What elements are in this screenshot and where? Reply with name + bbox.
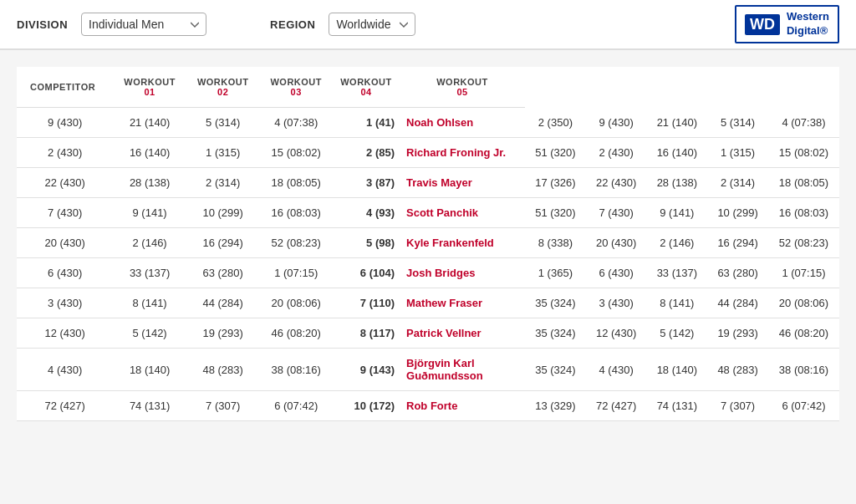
workout4-cell: 5 (314) xyxy=(186,108,260,138)
workout5-score: 20 (08:06) xyxy=(768,288,839,318)
name-cell: Patrick Vellner xyxy=(400,318,525,349)
header: DIVISION Individual MenIndividual WomenT… xyxy=(0,0,856,50)
workout2-cell: 3 (430) xyxy=(17,288,113,318)
workout3-score: 9 (141) xyxy=(646,198,707,228)
workout4-cell: 2 (314) xyxy=(186,168,260,198)
workout1-score: 51 (320) xyxy=(525,198,586,228)
workout2-cell: 9 (430) xyxy=(17,108,113,138)
table-row: 2 (430)16 (140)1 (315)15 (08:02)2 (85)Ri… xyxy=(17,138,839,168)
workout4-score: 7 (307) xyxy=(707,391,768,421)
workout4-score: 19 (293) xyxy=(707,318,768,349)
workout5-score: 16 (08:03) xyxy=(768,198,839,228)
name-cell: Scott Panchik xyxy=(400,198,525,228)
workout5-cell: 16 (08:03) xyxy=(259,198,333,228)
workout3-score: 28 (138) xyxy=(646,168,707,198)
main-content: COMPETITOR WORKOUT 01 WORKOUT 02 WORKOUT… xyxy=(0,50,856,438)
table-header-row: COMPETITOR WORKOUT 01 WORKOUT 02 WORKOUT… xyxy=(17,67,839,108)
division-select[interactable]: Individual MenIndividual WomenTeam xyxy=(81,13,206,36)
workout1-score: 13 (329) xyxy=(525,391,586,421)
division-label: DIVISION xyxy=(17,18,68,31)
workout2-score: 9 (430) xyxy=(586,108,647,138)
rank-cell: 1 (41) xyxy=(333,108,400,138)
workout3-cell: 8 (141) xyxy=(113,288,186,318)
workout4-cell: 7 (307) xyxy=(186,391,260,421)
workout3-cell: 5 (142) xyxy=(113,318,186,349)
workout4-cell: 63 (280) xyxy=(186,258,260,288)
rank-cell: 9 (143) xyxy=(333,349,400,391)
workout3-score: 8 (141) xyxy=(646,288,707,318)
workout4-score: 1 (315) xyxy=(707,138,768,168)
workout2-cell: 72 (427) xyxy=(17,391,113,421)
workout1-header: WORKOUT 01 xyxy=(113,67,186,108)
name-cell: Rob Forte xyxy=(400,391,525,421)
workout2-header: WORKOUT 02 xyxy=(186,67,260,108)
wd-logo: WD Western Digital® xyxy=(735,5,839,43)
workout4-cell: 19 (293) xyxy=(186,318,260,349)
workout3-score: 5 (142) xyxy=(646,318,707,349)
workout2-score: 12 (430) xyxy=(586,318,647,349)
workout1-score: 35 (324) xyxy=(525,349,586,391)
name-cell: Travis Mayer xyxy=(400,168,525,198)
workout2-score: 3 (430) xyxy=(586,288,647,318)
table-row: 7 (430)9 (141)10 (299)16 (08:03)4 (93)Sc… xyxy=(17,198,839,228)
workout3-score: 2 (146) xyxy=(646,228,707,258)
workout3-cell: 28 (138) xyxy=(113,168,186,198)
workout1-score: 8 (338) xyxy=(525,228,586,258)
table-row: 3 (430)8 (141)44 (284)20 (08:06)7 (110)M… xyxy=(17,288,839,318)
workout2-score: 22 (430) xyxy=(586,168,647,198)
workout2-cell: 4 (430) xyxy=(17,349,113,391)
workout3-cell: 9 (141) xyxy=(113,198,186,228)
workout3-score: 21 (140) xyxy=(646,108,707,138)
workout4-cell: 16 (294) xyxy=(186,228,260,258)
workout4-score: 5 (314) xyxy=(707,108,768,138)
workout4-score: 44 (284) xyxy=(707,288,768,318)
workout4-score: 2 (314) xyxy=(707,168,768,198)
workout4-score: 48 (283) xyxy=(707,349,768,391)
workout5-score: 18 (08:05) xyxy=(768,168,839,198)
workout2-cell: 22 (430) xyxy=(17,168,113,198)
workout5-score: 46 (08:20) xyxy=(768,318,839,349)
region-label: REGION xyxy=(270,18,315,31)
workout5-cell: 4 (07:38) xyxy=(259,108,333,138)
workout2-cell: 12 (430) xyxy=(17,318,113,349)
workout2-score: 7 (430) xyxy=(586,198,647,228)
workout5-score: 52 (08:23) xyxy=(768,228,839,258)
region-select[interactable]: WorldwideAmericasEuropeAsia xyxy=(329,13,415,36)
workout4-cell: 10 (299) xyxy=(186,198,260,228)
workout1-score: 35 (324) xyxy=(525,318,586,349)
workout2-cell: 2 (430) xyxy=(17,138,113,168)
workout1-score: 2 (350) xyxy=(525,108,586,138)
workout3-score: 18 (140) xyxy=(646,349,707,391)
table-row: 22 (430)28 (138)2 (314)18 (08:05)3 (87)T… xyxy=(17,168,839,198)
name-cell: Björgvin Karl Guðmundsson xyxy=(400,349,525,391)
workout5-cell: 46 (08:20) xyxy=(259,318,333,349)
rank-cell: 8 (117) xyxy=(333,318,400,349)
rank-cell: 6 (104) xyxy=(333,258,400,288)
name-cell: Josh Bridges xyxy=(400,258,525,288)
workout5-header: WORKOUT 05 xyxy=(400,67,525,108)
results-table: COMPETITOR WORKOUT 01 WORKOUT 02 WORKOUT… xyxy=(17,67,839,421)
workout1-score: 51 (320) xyxy=(525,138,586,168)
table-row: 4 (430)18 (140)48 (283)38 (08:16)9 (143)… xyxy=(17,349,839,391)
workout3-score: 33 (137) xyxy=(646,258,707,288)
workout4-cell: 48 (283) xyxy=(186,349,260,391)
workout2-score: 72 (427) xyxy=(586,391,647,421)
rank-cell: 10 (172) xyxy=(333,391,400,421)
workout4-cell: 44 (284) xyxy=(186,288,260,318)
workout5-cell: 20 (08:06) xyxy=(259,288,333,318)
table-row: 12 (430)5 (142)19 (293)46 (08:20)8 (117)… xyxy=(17,318,839,349)
workout2-score: 4 (430) xyxy=(586,349,647,391)
name-cell: Kyle Frankenfeld xyxy=(400,228,525,258)
workout3-cell: 21 (140) xyxy=(113,108,186,138)
rank-cell: 2 (85) xyxy=(333,138,400,168)
workout5-score: 38 (08:16) xyxy=(768,349,839,391)
workout5-score: 4 (07:38) xyxy=(768,108,839,138)
name-cell: Noah Ohlsen xyxy=(400,108,525,138)
table-row: 9 (430)21 (140)5 (314)4 (07:38)1 (41)Noa… xyxy=(17,108,839,138)
workout1-score: 35 (324) xyxy=(525,288,586,318)
workout3-cell: 33 (137) xyxy=(113,258,186,288)
workout3-score: 16 (140) xyxy=(646,138,707,168)
rank-cell: 5 (98) xyxy=(333,228,400,258)
name-cell: Richard Froning Jr. xyxy=(400,138,525,168)
table-row: 6 (430)33 (137)63 (280)1 (07:15)6 (104)J… xyxy=(17,258,839,288)
